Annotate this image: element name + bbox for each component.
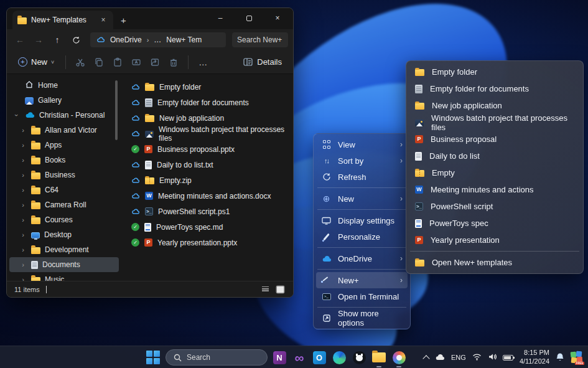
onedrive-tray-icon[interactable] xyxy=(435,354,445,362)
paste-button[interactable] xyxy=(108,54,127,70)
copy-button[interactable] xyxy=(90,54,108,70)
context-menu-item-view[interactable]: View › xyxy=(316,136,408,153)
chevron-right-icon[interactable]: › xyxy=(19,141,27,149)
maximize-button[interactable] xyxy=(237,11,261,26)
chevron-right-icon[interactable]: › xyxy=(19,246,27,253)
chevron-right-icon[interactable]: › xyxy=(19,126,27,134)
file-row[interactable]: New job application xyxy=(121,110,293,126)
details-view-button[interactable]: Details xyxy=(243,57,288,67)
file-row[interactable]: Empty folder xyxy=(121,79,293,95)
sidebar-item-books[interactable]: › Books xyxy=(9,153,119,167)
taskbar-app-paint[interactable] xyxy=(391,350,406,365)
sidebar-item-desktop[interactable]: › Desktop xyxy=(9,227,119,242)
context-menu-item-newplus[interactable]: New+ › xyxy=(316,272,408,288)
context-menu-item-show-more-options[interactable]: Show more options xyxy=(316,310,408,326)
search-input[interactable]: Search New+ xyxy=(232,32,288,47)
submenu-item-powertoys-spec[interactable]: PowerToys spec xyxy=(409,215,581,232)
volume-icon[interactable] xyxy=(488,353,497,362)
forward-button[interactable]: → xyxy=(30,32,47,47)
breadcrumb-root[interactable]: OneDrive xyxy=(110,35,142,44)
submenu-item-new-job-application[interactable]: New job application xyxy=(409,97,581,114)
taskbar-app-outlook[interactable] xyxy=(312,350,327,365)
rename-button[interactable] xyxy=(127,54,146,70)
submenu-item-empty-folder[interactable]: Empty folder xyxy=(409,64,581,80)
sidebar-item-allan-and-victor[interactable]: › Allan and Victor xyxy=(9,123,119,138)
sidebar-item-home[interactable]: Home xyxy=(9,78,119,93)
context-menu-item-display-settings[interactable]: Display settings xyxy=(316,212,408,229)
sidebar-item-gallery[interactable]: Gallery xyxy=(9,93,119,108)
chevron-right-icon[interactable]: › xyxy=(19,231,27,238)
file-row[interactable]: PowerShell script.ps1 xyxy=(121,204,293,219)
breadcrumb[interactable]: OneDrive › … New+ Tem xyxy=(90,32,226,47)
file-row[interactable]: Business proposal.pptx xyxy=(121,141,293,157)
submenu-item-windows-batch-project[interactable]: Windows batch project that processes fil… xyxy=(409,114,581,131)
chevron-right-icon[interactable]: › xyxy=(19,186,27,194)
file-row[interactable]: PowerToys spec.md xyxy=(121,219,293,235)
cut-button[interactable] xyxy=(71,54,90,70)
context-menu-item-open-in-terminal[interactable]: Open in Terminal xyxy=(316,288,408,304)
taskbar-app-edge[interactable] xyxy=(332,350,347,365)
hidden-icons-chevron-icon[interactable] xyxy=(422,355,429,362)
sidebar-item-onedrive-personal[interactable]: › Christian - Personal xyxy=(9,108,119,123)
taskbar-search[interactable]: Search xyxy=(166,349,268,366)
taskbar-app-file-explorer[interactable] xyxy=(371,350,386,365)
breadcrumb-current[interactable]: New+ Tem xyxy=(166,35,202,44)
sidebar-item-c64[interactable]: › C64 xyxy=(9,182,119,197)
context-menu-item-new[interactable]: New › xyxy=(316,191,408,207)
language-indicator[interactable]: ENG xyxy=(451,354,466,361)
refresh-button[interactable] xyxy=(68,32,84,47)
store-app-tray-icon[interactable]: FREE xyxy=(571,351,583,364)
file-row[interactable]: Daily to do list.txt xyxy=(121,157,293,172)
delete-button[interactable] xyxy=(164,54,183,70)
sidebar-scrollbar[interactable] xyxy=(115,80,118,140)
taskbar-clock[interactable]: 8:15 PM 4/11/2024 xyxy=(520,349,549,366)
new-tab-button[interactable]: + xyxy=(121,15,126,26)
context-menu-item-refresh[interactable]: Refresh xyxy=(316,169,408,185)
sidebar-item-business[interactable]: › Business xyxy=(9,167,119,182)
file-row[interactable]: Empty.zip xyxy=(121,172,293,188)
file-row[interactable]: Meeting minutes and actions.docx xyxy=(121,188,293,204)
back-button[interactable]: ← xyxy=(12,32,28,47)
battery-icon[interactable] xyxy=(503,355,513,361)
taskbar-app-github[interactable] xyxy=(352,350,366,365)
details-view-toggle[interactable] xyxy=(259,285,271,295)
context-menu-item-onedrive[interactable]: OneDrive › xyxy=(316,250,408,267)
chevron-right-icon[interactable]: › xyxy=(19,216,27,224)
chevron-right-icon[interactable]: › xyxy=(19,276,27,281)
tab-close-icon[interactable]: × xyxy=(98,15,108,25)
file-row[interactable]: Empty folder for documents xyxy=(121,95,293,110)
submenu-item-business-proposal[interactable]: Business proposal xyxy=(409,131,581,148)
file-row[interactable]: Yearly presentation.pptx xyxy=(121,235,293,250)
sidebar-item-courses[interactable]: › Courses xyxy=(9,212,119,227)
wifi-icon[interactable] xyxy=(472,353,482,362)
taskbar-app-onenote[interactable] xyxy=(272,350,287,365)
file-row[interactable]: Windows batch project that processes fil… xyxy=(121,126,293,141)
up-button[interactable]: ↑ xyxy=(49,32,65,47)
taskbar-app-visual-studio[interactable] xyxy=(292,350,307,365)
chevron-right-icon[interactable]: › xyxy=(19,171,27,179)
context-menu-item-personalize[interactable]: Personalize xyxy=(316,229,408,245)
share-button[interactable] xyxy=(146,54,164,70)
chevron-right-icon[interactable]: › xyxy=(19,156,27,164)
chevron-down-icon[interactable]: › xyxy=(13,111,21,119)
minimize-button[interactable]: – xyxy=(208,11,232,26)
submenu-item-meeting-minutes[interactable]: Meeting minutes and actions xyxy=(409,181,581,198)
sidebar-item-music[interactable]: › Music xyxy=(9,272,119,281)
submenu-item-open-newplus-templates[interactable]: Open New+ templates xyxy=(409,254,581,271)
explorer-tab[interactable]: New+ Templates × xyxy=(12,11,113,29)
chevron-right-icon[interactable]: › xyxy=(19,261,27,268)
sidebar-item-documents[interactable]: › Documents xyxy=(9,257,119,272)
breadcrumb-ellipsis[interactable]: … xyxy=(154,35,161,44)
sidebar-item-apps[interactable]: › Apps xyxy=(9,138,119,153)
new-button[interactable]: + New ˅ xyxy=(12,54,60,70)
submenu-item-empty[interactable]: Empty xyxy=(409,164,581,181)
submenu-item-daily-to-do-list[interactable]: Daily to do list xyxy=(409,148,581,164)
submenu-item-empty-folder-for-documents[interactable]: Empty folder for documents xyxy=(409,80,581,97)
notifications-bell-icon[interactable] xyxy=(556,352,564,363)
submenu-item-yearly-presentation[interactable]: Yearly presentation xyxy=(409,232,581,248)
context-menu-item-sort-by[interactable]: Sort by › xyxy=(316,153,408,169)
large-icons-view-toggle[interactable] xyxy=(274,285,286,295)
close-button[interactable]: × xyxy=(266,11,289,26)
submenu-item-powershell-script[interactable]: PowerShell script xyxy=(409,198,581,215)
sidebar-item-development[interactable]: › Development xyxy=(9,242,119,257)
